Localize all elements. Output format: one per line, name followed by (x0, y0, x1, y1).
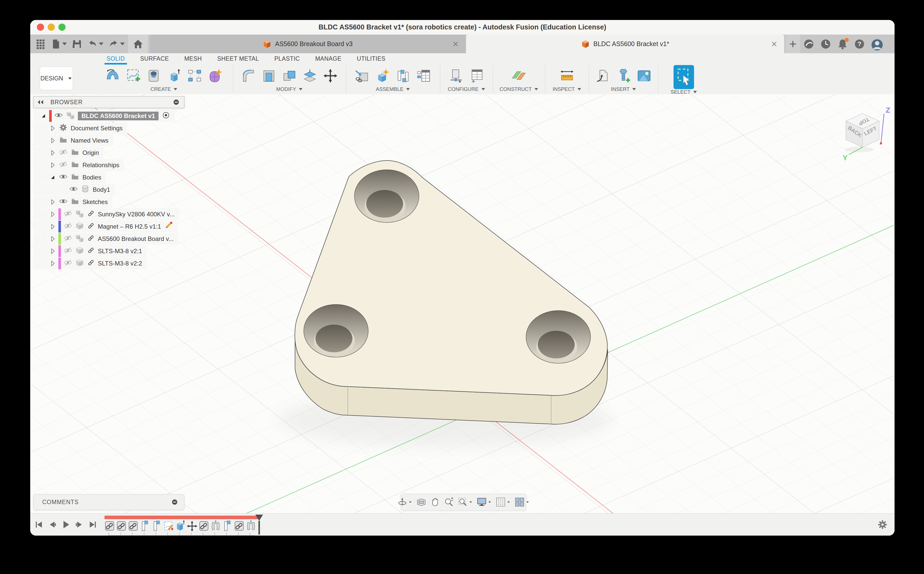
tool-offset-face[interactable] (302, 68, 318, 84)
timeline-position-marker[interactable] (255, 515, 263, 535)
tool-move-copy[interactable] (322, 68, 339, 84)
node-label[interactable]: BLDC AS5600 Bracket v1 (78, 112, 159, 120)
visibility-eye-icon[interactable] (54, 111, 63, 121)
add-comment-icon[interactable] (171, 498, 178, 506)
tool-pattern[interactable] (186, 68, 203, 84)
viewports-tool[interactable] (514, 497, 530, 507)
undo-icon[interactable] (86, 37, 105, 51)
redo-icon[interactable] (107, 37, 126, 51)
node-label[interactable]: Relationships (82, 162, 119, 169)
SURFACE[interactable]: SURFACE (132, 53, 177, 64)
step-forward-button[interactable] (74, 519, 85, 530)
SHEET METAL[interactable]: SHEET METAL (210, 53, 266, 64)
grid-and-snaps-tool[interactable] (495, 497, 511, 507)
group-label-configure[interactable]: CONFIGURE (448, 86, 485, 93)
browser-row-as5600-board[interactable]: AS5600 Breakout Board v... (33, 233, 178, 245)
tool-configuration-table[interactable] (468, 68, 485, 84)
tool-insert-canvas[interactable] (636, 68, 652, 84)
tool-derive[interactable] (595, 68, 611, 84)
node-label[interactable]: Origin (82, 149, 99, 156)
visibility-eye-off-icon[interactable] (63, 221, 72, 232)
dropdown-caret-icon[interactable] (62, 43, 67, 45)
tool-create-form[interactable] (207, 68, 223, 84)
tool-configure[interactable] (448, 68, 464, 84)
expander[interactable] (50, 260, 56, 267)
browser-row-slts-m3-8-2[interactable]: SLTS-M3-8 v2:2 (33, 257, 147, 269)
timeline-item-joint-2[interactable] (151, 520, 162, 533)
comments-bar[interactable]: COMMENTS (33, 494, 184, 510)
dropdown-caret-icon[interactable] (470, 501, 472, 503)
browser-row-magnet[interactable]: Magnet – R6 H2.5 v1:1 (33, 221, 178, 232)
browser-row-sketches[interactable]: Sketches (33, 196, 112, 208)
app-grid-icon[interactable] (34, 37, 47, 51)
tool-create-sketch[interactable] (125, 68, 141, 84)
timeline-item-sketch[interactable] (163, 520, 174, 533)
visibility-eye-off-icon[interactable] (63, 234, 72, 244)
timeline-item-link-4[interactable] (198, 520, 210, 533)
timeline-settings-gear-icon[interactable] (877, 519, 888, 530)
expander[interactable] (50, 210, 56, 218)
collapsed-triangle-icon[interactable] (50, 248, 56, 254)
expander[interactable] (60, 186, 66, 194)
edit-in-place-icon[interactable] (164, 221, 173, 232)
save-icon[interactable] (71, 37, 84, 51)
dropdown-caret-icon[interactable] (99, 43, 104, 45)
bracket-hole-top[interactable] (355, 170, 419, 222)
browser-row-body1[interactable]: Body1 (33, 184, 115, 196)
expanded-triangle-icon[interactable] (50, 174, 56, 180)
tool-joint[interactable] (395, 68, 411, 84)
notifications-icon[interactable] (837, 38, 848, 50)
collapsed-triangle-icon[interactable] (50, 224, 56, 230)
help-icon[interactable] (854, 38, 865, 50)
expander[interactable] (50, 235, 56, 243)
node-label[interactable]: SLTS-M3-8 v2:2 (98, 260, 142, 267)
collapsed-triangle-icon[interactable] (50, 211, 56, 218)
close-tab-icon[interactable] (452, 40, 459, 48)
collapsed-triangle-icon[interactable] (50, 236, 56, 242)
expander[interactable] (50, 247, 56, 255)
look-at-tool[interactable] (416, 497, 426, 507)
extensions-icon[interactable] (803, 38, 814, 50)
timeline-item-link-3[interactable] (128, 520, 139, 533)
collapsed-triangle-icon[interactable] (50, 162, 56, 168)
expander[interactable] (50, 198, 56, 206)
browser-options-icon[interactable] (172, 98, 180, 106)
dropdown-caret-icon[interactable] (120, 43, 125, 45)
tool-measure[interactable] (559, 68, 575, 84)
browser-row-relationships[interactable]: Relationships (33, 159, 124, 171)
dropdown-caret-icon[interactable] (526, 501, 529, 503)
go-to-end-button[interactable] (87, 519, 98, 530)
timeline-item-rigid-group-2[interactable] (245, 520, 257, 533)
activate-component-radio[interactable] (162, 111, 170, 121)
close-tab-icon[interactable] (770, 40, 778, 48)
dropdown-caret-icon[interactable] (409, 501, 412, 503)
tool-extrude[interactable] (166, 68, 182, 84)
expander[interactable] (50, 125, 56, 132)
expander[interactable] (50, 149, 56, 157)
timeline-item-joint-3[interactable] (222, 520, 233, 533)
workspace-selector-design[interactable]: DESIGN (40, 66, 73, 90)
expanded-triangle-icon[interactable] (41, 113, 47, 119)
collapsed-triangle-icon[interactable] (50, 260, 56, 266)
visibility-eye-off-icon[interactable] (63, 246, 72, 256)
collapsed-triangle-icon[interactable] (50, 137, 56, 144)
PLASTIC[interactable]: PLASTIC (266, 53, 307, 64)
tool-new-component[interactable] (374, 68, 391, 84)
document-tab-bldc-as5600-bracket[interactable]: BLDC AS5600 Bracket v1* (466, 35, 784, 53)
tool-revolve[interactable] (104, 68, 121, 84)
dropdown-caret-icon[interactable] (507, 501, 510, 503)
zoom-tool[interactable] (444, 497, 454, 507)
visibility-eye-off-icon[interactable] (63, 209, 72, 219)
timeline-item-link-1[interactable] (104, 520, 115, 533)
tool-joint-table[interactable] (415, 68, 432, 84)
node-label[interactable]: SunnySky V2806 400KV v... (98, 211, 175, 218)
node-label[interactable]: SLTS-M3-8 v2:1 (98, 248, 142, 255)
bracket-hole-left[interactable] (304, 304, 368, 357)
browser-row-bodies[interactable]: Bodies (33, 172, 106, 183)
browser-row-slts-m3-8-1[interactable]: SLTS-M3-8 v2:1 (33, 245, 147, 257)
browser-row-origin[interactable]: Origin (33, 147, 104, 159)
browser-row-document-settings[interactable]: Document Settings (33, 122, 127, 134)
visibility-eye-icon[interactable] (59, 197, 68, 207)
browser-row-sunnysky[interactable]: SunnySky V2806 400KV v... (33, 208, 179, 220)
timeline-item-joint-1[interactable] (139, 520, 151, 533)
